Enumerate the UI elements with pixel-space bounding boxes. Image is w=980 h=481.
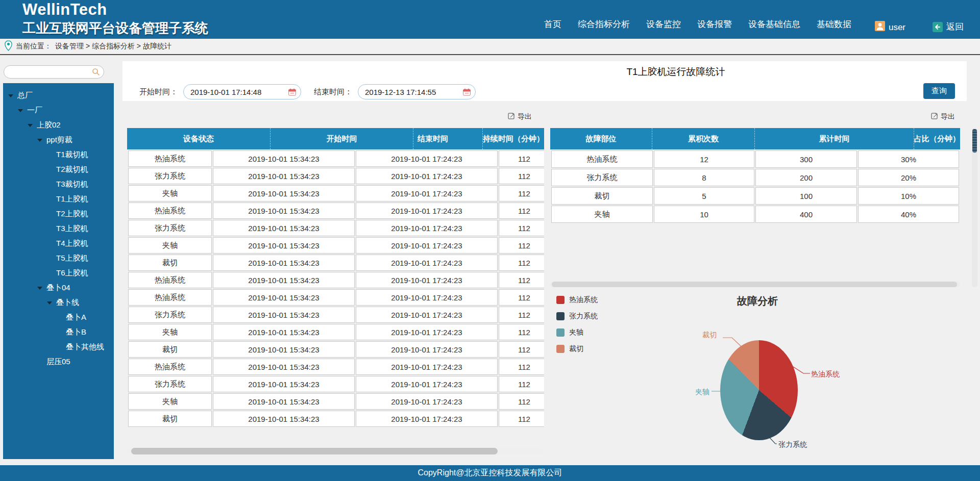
brand: WellinTech 工业互联网平台设备管理子系统 [22,1,208,37]
legend-item[interactable]: 夹轴 [556,328,598,337]
expand-arrow-icon[interactable] [8,94,13,97]
breadcrumb-path: 设备管理 > 综合指标分析 > 故障统计 [55,42,172,51]
user-menu[interactable]: user [875,21,905,34]
status-table-hscrollbar[interactable] [127,448,544,454]
cell-end-time: 2019-10-01 17:24:23 [356,411,498,427]
end-time-field[interactable] [358,84,476,99]
tree-node[interactable]: T5上胶机 [3,251,114,266]
expand-arrow-icon[interactable] [37,287,42,290]
legend-item[interactable]: 张力系统 [556,312,598,321]
export-label: 导出 [518,112,532,121]
nav-item[interactable]: 设备监控 [646,18,681,30]
table-row: 夹轴 2019-10-01 15:34:23 2019-10-01 17:24:… [128,324,544,340]
tree-node[interactable]: 总厂 [3,88,114,103]
cell-start-time: 2019-10-01 15:34:23 [213,307,355,323]
export-status-button[interactable]: 导出 [508,112,532,121]
expand-arrow-icon[interactable] [18,109,23,112]
cell-fault-part: 张力系统 [551,169,653,186]
legend-label: 夹轴 [569,328,583,337]
pie-chart[interactable] [720,340,798,440]
column-header: 累积次数 [652,128,754,149]
table-row: 热油系统 2019-10-01 15:34:23 2019-10-01 17:2… [128,272,544,288]
fault-table-hscrollbar[interactable] [550,282,960,287]
cell-device-state: 张力系统 [128,168,212,184]
filter-row: 开始时间： 结束时间： [139,84,483,99]
cell-start-time: 2019-10-01 15:34:23 [213,202,355,219]
calendar-icon[interactable] [288,88,296,98]
tree-node[interactable]: 叠卜04 [3,281,114,295]
tree-node[interactable]: T3裁切机 [3,177,114,192]
tree-node[interactable]: 叠卜B [3,325,114,340]
tree-node-label: T3裁切机 [56,180,88,189]
hscrollbar-thumb[interactable] [131,448,498,454]
back-button[interactable]: 返回 [933,21,964,33]
fault-table-body: 热油系统 12 300 30% 张力系统 8 200 20% 裁切 [550,149,960,224]
legend-item[interactable]: 裁切 [556,344,598,353]
user-avatar-icon [875,21,885,34]
cell-end-time: 2019-10-01 17:24:23 [356,289,498,306]
nav-item[interactable]: 基础数据 [817,18,851,30]
column-header: 持续时间（分钟） [482,128,544,149]
cell-duration: 112 [499,272,544,288]
tree-node[interactable]: T1上胶机 [3,192,114,207]
logo: WellinTech [22,1,208,19]
cell-start-time: 2019-10-01 15:34:23 [213,237,355,254]
cell-device-state: 张力系统 [128,376,212,392]
expand-arrow-icon[interactable] [37,139,42,142]
tree-node[interactable]: T1裁切机 [3,147,114,162]
cell-device-state: 张力系统 [128,220,212,236]
nav-item[interactable]: 设备基础信息 [748,18,800,30]
nav-item[interactable]: 设备报警 [697,18,732,30]
nav-item[interactable]: 综合指标分析 [578,18,630,30]
table-row: 夹轴 2019-10-01 15:34:23 2019-10-01 17:24:… [128,237,544,254]
cell-end-time: 2019-10-01 17:24:23 [356,185,498,201]
tree-node[interactable]: T6上胶机 [3,266,114,281]
cell-end-time: 2019-10-01 17:24:23 [356,168,498,184]
legend-item[interactable]: 热油系统 [556,295,598,305]
tree-node[interactable]: 层压05 [3,355,114,369]
tree-node-label: 叠卜其他线 [66,342,104,352]
tree-node[interactable]: T2上胶机 [3,207,114,221]
end-time-input[interactable] [365,88,460,96]
status-table-header: 设备状态开始时间结束时间持续时间（分钟） [127,128,544,149]
tree-node[interactable]: 叠卜线 [3,295,114,310]
sidebar-search [4,65,104,79]
table-row: 张力系统 2019-10-01 15:34:23 2019-10-01 17:2… [128,168,544,184]
cell-end-time: 2019-10-01 17:24:23 [356,324,498,340]
search-icon[interactable] [92,68,100,78]
hscrollbar-thumb[interactable] [552,282,957,287]
start-time-input[interactable] [190,88,285,96]
nav-item[interactable]: 首页 [544,18,561,30]
cell-percent: 40% [858,206,959,223]
tree-node[interactable]: T3上胶机 [3,221,114,236]
cell-end-time: 2019-10-01 17:24:23 [356,376,498,392]
cell-count: 10 [654,206,754,223]
expand-arrow-icon[interactable] [47,301,52,305]
tree-node[interactable]: ppt剪裁 [3,133,114,147]
cell-device-state: 裁切 [128,411,212,427]
main-content: T1上胶机运行故障统计 开始时间： 结束时间： 查询 导出 导出 设备状态开始时… [114,55,980,465]
expand-arrow-icon[interactable] [28,124,33,127]
page-vscrollbar[interactable] [972,128,977,287]
tree-node[interactable]: 叠卜其他线 [3,340,114,355]
vscrollbar-thumb[interactable] [972,129,977,153]
export-fault-button[interactable]: 导出 [931,112,955,121]
fault-analysis-chart: 热油系统 张力系统 夹轴 裁切 故障分析 [550,287,960,457]
legend-swatch-icon [556,345,565,353]
tree-node[interactable]: T4上胶机 [3,236,114,251]
cell-end-time: 2019-10-01 17:24:23 [356,150,498,167]
sidebar-search-input[interactable] [4,65,104,79]
tree-node[interactable]: 叠卜A [3,310,114,325]
cell-total-time: 200 [755,169,857,186]
tree-node[interactable]: T2裁切机 [3,162,114,177]
tree-node-label: T5上胶机 [56,254,88,263]
tree-node[interactable]: 上胶02 [3,118,114,133]
cell-fault-part: 夹轴 [551,206,653,223]
calendar-icon[interactable] [463,88,471,98]
start-time-field[interactable] [183,84,301,99]
cell-device-state: 热油系统 [128,150,212,167]
query-button[interactable]: 查询 [923,83,955,99]
tree-node-label: T2上胶机 [56,209,88,219]
cell-duration: 112 [499,376,544,392]
tree-node[interactable]: 一厂 [3,103,114,118]
